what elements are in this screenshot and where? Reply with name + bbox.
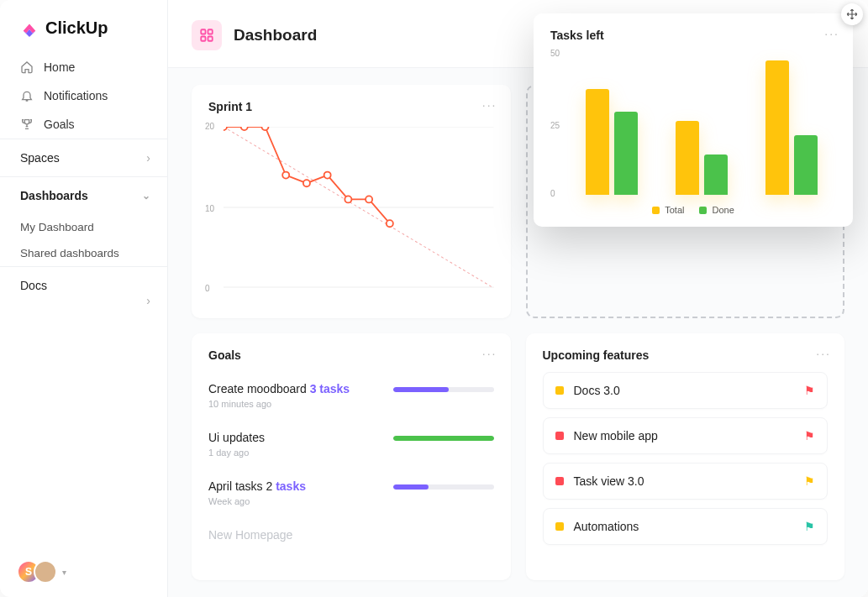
primary-nav: Home Notifications Goals [0,53,167,139]
nav-label: Notifications [44,89,108,102]
feature-label: Docs 3.0 [574,384,620,397]
feature-label: Task view 3.0 [574,474,644,488]
goal-item[interactable]: Ui updates 1 day ago [208,421,494,469]
svg-point-10 [282,172,289,179]
sidebar-item-my-dashboard[interactable]: My Dashboard [0,214,167,240]
nav-label: Goals [44,118,75,131]
y-tick: 25 [550,121,560,130]
status-square-icon [555,477,564,485]
y-tick: 10 [205,204,214,213]
flag-icon[interactable]: ⚑ [804,474,815,488]
nav-home[interactable]: Home [0,53,167,81]
y-tick: 50 [550,49,560,58]
flag-icon[interactable]: ⚑ [804,384,815,397]
progress-bar [393,436,494,441]
goals-list: Create moodboard 3 tasks 10 minutes ago … [208,372,494,553]
card-upcoming: Upcoming features ··· Docs 3.0 ⚑New mobi… [526,333,845,580]
svg-rect-0 [201,29,205,34]
goal-title: Create moodboard 3 tasks [208,382,350,395]
home-icon [20,60,34,74]
feature-list: Docs 3.0 ⚑New mobile app ⚑Task view 3.0 … [543,372,829,545]
card-goals: Goals ··· Create moodboard 3 tasks 10 mi… [192,333,511,580]
legend-total: Total [652,205,684,215]
brand-name: ClickUp [45,18,108,38]
goal-subtitle: 10 minutes ago [208,399,350,409]
avatar[interactable] [34,560,57,584]
status-square-icon [555,432,564,440]
card-title: Upcoming features [543,348,829,362]
y-tick: 0 [550,189,555,198]
chevron-right-icon: › [146,151,150,165]
card-menu-icon[interactable]: ··· [824,27,839,40]
flag-icon[interactable]: ⚑ [804,520,815,533]
bar [614,112,638,195]
chevron-down-icon[interactable]: ▾ [62,568,66,577]
goal-title: New Homepage [208,528,292,542]
svg-point-8 [241,127,248,130]
goal-subtitle: 1 day ago [208,448,265,458]
feature-item[interactable]: Task view 3.0 ⚑ [543,463,829,500]
card-tasks-left[interactable]: Tasks left ··· 50 25 0 Total Done [534,13,853,227]
goal-item[interactable]: New Homepage [208,518,494,553]
card-menu-icon[interactable]: ··· [816,347,831,360]
trophy-icon [20,118,34,131]
clickup-logo-icon [20,19,39,38]
legend-done: Done [699,205,734,215]
chart-legend: Total Done [550,205,836,215]
card-menu-icon[interactable]: ··· [482,98,497,112]
tasks-left-bar-chart: 50 25 0 [550,52,836,195]
card-sprint: Sprint 1 ··· 20 10 0 [192,85,511,318]
nav-goals[interactable]: Goals [0,110,167,139]
sidebar-section-spaces[interactable]: Spaces › [0,139,167,176]
status-square-icon [555,386,564,395]
feature-item[interactable]: New mobile app ⚑ [543,417,829,454]
status-square-icon [555,522,564,531]
svg-point-7 [224,127,227,130]
svg-point-14 [366,196,372,202]
feature-item[interactable]: Automations ⚑ [543,508,829,545]
svg-point-12 [324,172,331,179]
svg-point-13 [345,196,351,202]
section-label: Spaces [20,151,60,165]
goal-item[interactable]: Create moodboard 3 tasks 10 minutes ago [208,372,494,421]
section-label: Dashboards [20,189,88,202]
feature-label: New mobile app [574,429,658,443]
avatar-initial: S [25,566,32,578]
svg-rect-2 [201,37,205,41]
nav-notifications[interactable]: Notifications [0,81,167,110]
bar [676,121,699,195]
dashboard-icon [192,20,222,50]
sprint-burndown-chart: 20 10 0 [208,123,494,291]
card-title: Sprint 1 [208,100,494,113]
goal-title: Ui updates [208,431,265,444]
bell-icon [20,89,34,102]
user-avatars[interactable]: S ▾ [0,547,167,597]
flag-icon[interactable]: ⚑ [804,429,815,443]
feature-item[interactable]: Docs 3.0 ⚑ [543,372,829,409]
drag-handle-icon[interactable] [841,3,863,25]
chevron-right-icon: › [146,294,150,307]
y-tick: 0 [205,284,210,293]
chevron-down-icon: ⌄ [142,190,150,202]
svg-point-11 [303,180,310,186]
y-tick: 20 [205,122,214,131]
card-menu-icon[interactable]: ··· [482,347,497,360]
feature-label: Automations [574,520,639,533]
svg-point-9 [261,127,268,130]
page-title: Dashboard [234,26,317,45]
bar [765,60,789,195]
sidebar-item-shared-dashboards[interactable]: Shared dashboards [0,240,167,266]
goal-item[interactable]: April tasks 2 tasks Week ago [208,469,494,518]
card-title: Tasks left [550,29,836,42]
progress-bar [393,387,494,392]
sidebar-section-docs[interactable]: Docs › [0,266,167,304]
svg-point-15 [387,220,393,227]
svg-rect-1 [208,29,213,34]
svg-rect-3 [208,37,213,41]
goal-title: April tasks 2 tasks [208,479,306,493]
brand-logo[interactable]: ClickUp [0,0,167,53]
sidebar-section-dashboards[interactable]: Dashboards ⌄ [0,176,167,214]
progress-bar [393,484,494,490]
bar [586,89,609,195]
goal-subtitle: Week ago [208,496,306,506]
